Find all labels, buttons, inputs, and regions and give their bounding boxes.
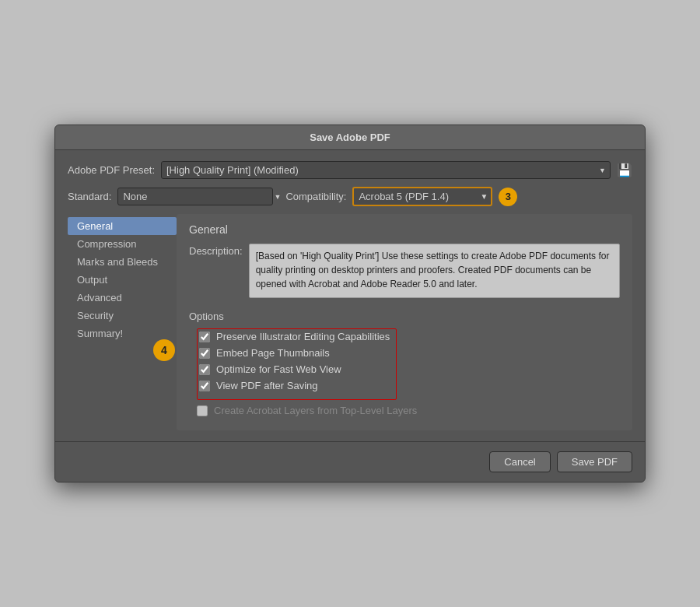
sidebar-item-security[interactable]: Security	[68, 307, 177, 325]
badge-3: 3	[499, 188, 517, 206]
dialog-title: Save Adobe PDF	[55, 125, 645, 150]
checkbox-layers-label: Create Acrobat Layers from Top-Level Lay…	[214, 405, 417, 416]
checkbox-viewafter: View PDF after Saving	[199, 380, 390, 391]
checkbox-preserve: Preserve Illustrator Editing Capabilitie…	[199, 331, 390, 342]
checkbox-optimize-label: Optimize for Fast Web View	[216, 363, 341, 375]
compat-label: Compatibility:	[285, 191, 346, 202]
cancel-button[interactable]: Cancel	[489, 451, 550, 472]
dialog-footer: Cancel Save PDF	[55, 441, 645, 482]
checkbox-optimize-input[interactable]	[199, 364, 210, 375]
sidebar-item-general[interactable]: General	[68, 217, 177, 235]
options-title: Options	[189, 311, 620, 322]
standard-select[interactable]: None	[117, 188, 273, 205]
save-pdf-dialog: Save Adobe PDF Adobe PDF Preset: [High Q…	[54, 125, 646, 482]
desc-text: [Based on 'High Quality Print'] Use thes…	[249, 244, 620, 298]
preset-select[interactable]: [High Quality Print] (Modified)	[161, 161, 611, 179]
checkbox-layers: Create Acrobat Layers from Top-Level Lay…	[197, 405, 620, 416]
checkbox-preserve-label: Preserve Illustrator Editing Capabilitie…	[216, 331, 390, 342]
sidebar-item-compression[interactable]: Compression	[68, 235, 177, 253]
checkbox-viewafter-label: View PDF after Saving	[216, 380, 318, 391]
standard-label: Standard:	[68, 191, 111, 202]
sidebar-item-marks-bleeds[interactable]: Marks and Bleeds	[68, 253, 177, 271]
checkbox-embed: Embed Page Thumbnails	[199, 347, 390, 359]
checkbox-embed-input[interactable]	[199, 348, 210, 359]
checkbox-embed-label: Embed Page Thumbnails	[216, 347, 330, 359]
badge-4: 4	[153, 339, 175, 361]
checkbox-layers-input[interactable]	[197, 405, 208, 416]
save-pdf-button[interactable]: Save PDF	[557, 451, 632, 472]
content-panel: General Description: [Based on 'High Qua…	[177, 214, 632, 430]
sidebar-item-advanced[interactable]: Advanced	[68, 289, 177, 307]
panel-title: General	[189, 223, 620, 236]
sidebar-item-output[interactable]: Output	[68, 271, 177, 289]
compat-select[interactable]: Acrobat 5 (PDF 1.4)	[352, 187, 492, 206]
checkbox-optimize: Optimize for Fast Web View	[199, 363, 390, 375]
checkbox-viewafter-input[interactable]	[199, 381, 210, 391]
checkbox-preserve-input[interactable]	[199, 332, 210, 342]
save-preset-icon[interactable]: 💾	[617, 163, 632, 177]
desc-label: Description:	[189, 244, 243, 257]
standard-arrow-icon: ▼	[274, 193, 281, 201]
sidebar: General Compression Marks and Bleeds Out…	[68, 214, 177, 430]
preset-label: Adobe PDF Preset:	[68, 164, 155, 176]
